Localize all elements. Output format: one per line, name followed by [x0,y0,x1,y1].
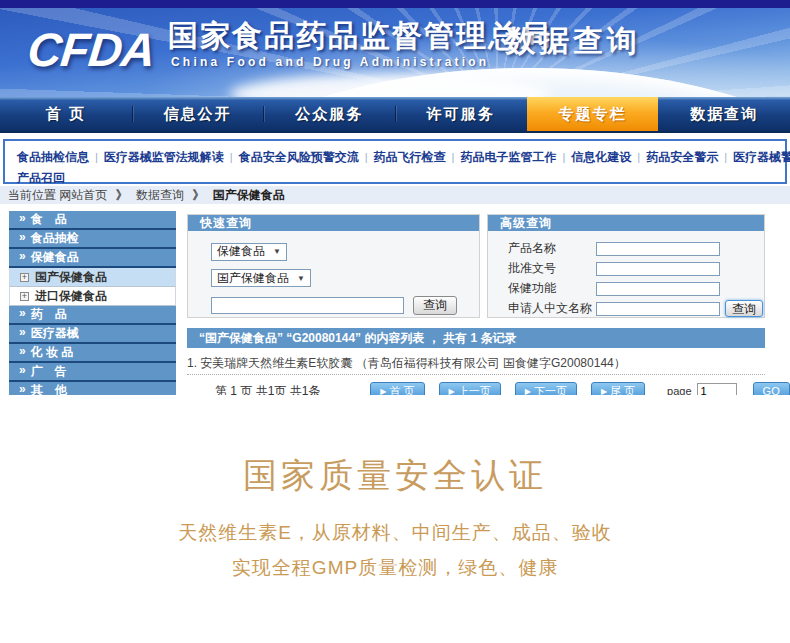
last-page-label: 尾 页 [610,384,635,396]
cfda-logo[interactable]: CFDA [25,22,157,77]
health-function-input[interactable] [596,282,720,296]
subnav-link-food-safety-risk[interactable]: 食品安全风险预警交流 [239,150,359,164]
nav-item-info-disclosure[interactable]: 信息公开 [132,97,264,131]
first-page-label: 首 页 [390,384,415,396]
applicant-name-label: 申请人中文名称 [508,300,596,317]
subnav-separator: | [230,151,233,163]
sidebar-item-label: 医疗器械 [31,325,79,342]
double-arrow-icon: » [19,381,26,395]
subcategory-select-value: 国产保健食品 [217,270,289,287]
sidebar-item-medical-device[interactable]: » 医疗器械 [9,325,176,344]
breadcrumb-separator: 》 [116,188,128,202]
sidebar-item-label: 化 妆 品 [31,344,74,361]
sidebar-item-imported-health-food[interactable]: + 进口保健食品 [9,287,176,306]
sidebar-item-cosmetics[interactable]: » 化 妆 品 [9,344,176,363]
sidebar-item-drug[interactable]: » 药 品 [9,306,176,325]
first-page-button[interactable]: ▶ 首 页 [370,382,424,395]
advanced-search-button[interactable]: 查询 [725,300,763,317]
chevron-down-icon: ▼ [273,247,281,256]
double-arrow-icon: » [19,324,26,341]
subnav-link-drug-e-supervision[interactable]: 药品电子监管工作 [460,150,556,164]
quick-search-panel: 快速查询 保健食品 ▼ 国产保健食品 ▼ 查询 [187,214,480,318]
marketing-line1: 天然维生素E，从原材料、中间生产、成品、验收 [0,520,790,546]
sidebar-item-label: 国产保健食品 [35,268,107,286]
result-item-link[interactable]: 1. 安美瑞牌天然维生素E软胶囊 （青岛佰福得科技有限公司 国食健字G20080… [187,355,765,372]
banner-section-title: 数据查询 [505,21,641,62]
plus-box-icon: + [20,292,29,301]
sidebar-item-label: 保健食品 [31,249,79,266]
page: CFDA 国家食品药品监督管理总局 China Food and Drug Ad… [0,0,790,643]
sidebar-item-label: 食品抽检 [31,230,79,247]
content-area: » 食 品 » 食品抽检 » 保健食品 + 国产保健食品 + 进口保健食品 » … [0,204,790,395]
top-navy-strip [0,0,790,8]
category-select[interactable]: 保健食品 ▼ [211,243,287,261]
subnav-link-device-regulation[interactable]: 医疗器械监管法规解读 [104,150,224,164]
subcategory-select[interactable]: 国产保健食品 ▼ [211,269,311,287]
subnav-link-food-sampling[interactable]: 食品抽检信息 [17,150,89,164]
double-arrow-icon: » [19,248,26,265]
applicant-name-input[interactable] [596,302,720,316]
sidebar-item-label: 食 品 [31,211,67,228]
keyword-input[interactable] [211,297,404,314]
subnav-link-drug-safety-alert[interactable]: 药品安全警示 [646,150,718,164]
subnav-separator: | [562,151,565,163]
prev-page-button[interactable]: ▶ 上一页 [439,382,501,395]
play-arrow-icon: ▶ [601,387,607,396]
double-arrow-icon: » [19,210,26,227]
sidebar-item-advertising[interactable]: » 广 告 [9,363,176,382]
approval-number-label: 批准文号 [508,260,596,277]
sidebar-item-health-food[interactable]: » 保健食品 [9,249,176,268]
marketing-section: 国家质量安全认证 天然维生素E，从原材料、中间生产、成品、验收 实现全程GMP质… [0,395,790,643]
double-arrow-icon: » [19,343,26,360]
pagination-info: 第 1 页 共1页 共1条 [215,383,320,396]
go-button[interactable]: GO [753,382,790,395]
subnav-separator: | [724,151,727,163]
nav-item-public-service[interactable]: 公众服务 [263,97,395,131]
advanced-search-title: 高级查询 [488,215,764,231]
pagination-bar: 第 1 页 共1页 共1条 ▶ 首 页 ▶ 上一页 ▶ 下一页 ▶ 尾 页 pa… [187,382,765,395]
nav-item-data-query[interactable]: 数据查询 [658,97,790,131]
breadcrumb-data-query[interactable]: 数据查询 [136,188,184,202]
last-page-button[interactable]: ▶ 尾 页 [591,382,645,395]
subnav-link-drug-flight-inspection[interactable]: 药品飞行检查 [374,150,446,164]
approval-number-input[interactable] [596,262,720,276]
breadcrumb-separator: 》 [192,188,204,202]
subnav-row2: 产品召回 [17,167,773,188]
results-header: “国产保健食品” “G20080144” 的内容列表 ， 共有 1 条记录 [187,328,765,348]
form-row-product-name: 产品名称 [508,240,764,257]
sidebar-menu: » 食 品 » 食品抽检 » 保健食品 + 国产保健食品 + 进口保健食品 » … [9,211,176,395]
marketing-line2: 实现全程GMP质量检测，绿色、健康 [0,555,790,581]
play-arrow-icon: ▶ [449,387,455,396]
sidebar-item-label: 其 他 [31,382,67,395]
sidebar-item-domestic-health-food[interactable]: + 国产保健食品 [9,268,176,287]
form-row-approval-number: 批准文号 [508,260,764,277]
next-page-button[interactable]: ▶ 下一页 [515,382,577,395]
chevron-down-icon: ▼ [297,274,305,283]
page-jump-label: page [667,385,691,395]
sidebar-item-food[interactable]: » 食 品 [9,211,176,230]
subnav-link-product-recall[interactable]: 产品召回 [17,171,65,185]
page-number-input[interactable] [697,383,737,395]
quick-search-body: 保健食品 ▼ 国产保健食品 ▼ 查询 [188,231,479,315]
subnav-link-device-vigilance[interactable]: 医疗器械警戒 [733,150,790,164]
breadcrumb-prefix: 当前位置 [8,188,56,202]
site-title-en: China Food and Drug Administration [171,55,489,69]
quick-search-button[interactable]: 查询 [413,296,457,315]
plus-box-icon: + [20,273,29,282]
sidebar-item-other[interactable]: » 其 他 [9,382,176,395]
sidebar-item-food-sampling[interactable]: » 食品抽检 [9,230,176,249]
site-title-cn: 国家食品药品监督管理总局 [168,16,552,57]
marketing-title: 国家质量安全认证 [0,453,790,499]
nav-item-home[interactable]: 首 页 [0,97,132,131]
category-select-value: 保健食品 [217,243,265,260]
nav-item-licensing[interactable]: 许可服务 [395,97,527,131]
main-nav: 首 页 信息公开 公众服务 许可服务 专题专栏 数据查询 [0,97,790,133]
nav-item-special-topics[interactable]: 专题专栏 [527,97,659,131]
subnav-link-informatization[interactable]: 信息化建设 [571,150,631,164]
double-arrow-icon: » [19,229,26,246]
double-arrow-icon: » [19,362,26,379]
breadcrumb-home[interactable]: 网站首页 [59,188,107,202]
play-arrow-icon: ▶ [380,387,386,396]
product-name-input[interactable] [596,242,720,256]
dotted-divider [187,374,765,375]
